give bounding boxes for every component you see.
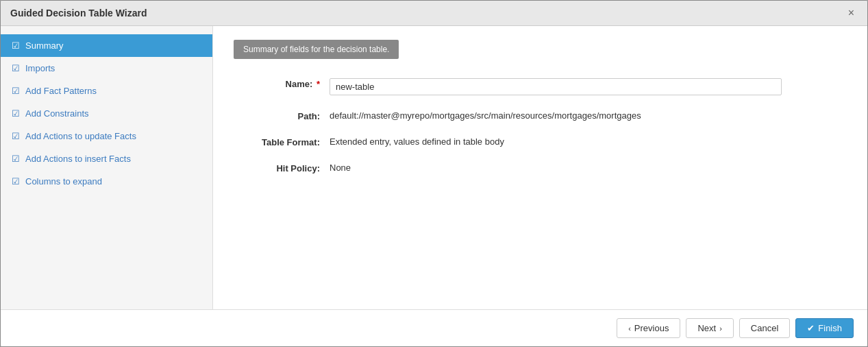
form-value-3: None xyxy=(330,160,847,173)
previous-button[interactable]: ‹ Previous xyxy=(617,318,680,338)
check-icon-add-actions-update: ☑ xyxy=(12,131,20,141)
check-icon-summary: ☑ xyxy=(12,40,20,51)
form-row-2: Table Format:Extended entry, values defi… xyxy=(234,134,847,147)
sidebar-item-add-actions-update[interactable]: ☑Add Actions to update Facts xyxy=(1,125,212,147)
sidebar-item-add-fact-patterns[interactable]: ☑Add Fact Patterns xyxy=(1,80,212,102)
form-label-0: Name: * xyxy=(234,75,330,89)
main-content: Summary of fields for the decision table… xyxy=(213,26,867,309)
close-button[interactable]: × xyxy=(845,6,858,20)
modal-header: Guided Decision Table Wizard × xyxy=(1,1,867,26)
sidebar-item-summary[interactable]: ☑Summary xyxy=(1,34,212,57)
sidebar-label-add-fact-patterns: Add Fact Patterns xyxy=(25,86,97,96)
form-row-0: Name: * xyxy=(234,75,847,95)
sidebar-label-add-actions-insert: Add Actions to insert Facts xyxy=(25,154,131,164)
prev-chevron-icon: ‹ xyxy=(628,324,631,333)
sidebar-item-add-actions-insert[interactable]: ☑Add Actions to insert Facts xyxy=(1,147,212,170)
sidebar-label-add-constraints: Add Constraints xyxy=(25,108,89,119)
form-row-1: Path:default://master@myrepo/mortgages/s… xyxy=(234,108,847,121)
finish-button[interactable]: ✔ Finish xyxy=(795,318,854,338)
cancel-button[interactable]: Cancel xyxy=(739,318,790,338)
next-button[interactable]: Next › xyxy=(686,318,733,338)
wizard-modal: Guided Decision Table Wizard × ☑Summary☑… xyxy=(0,0,868,347)
sidebar-item-imports[interactable]: ☑Imports xyxy=(1,57,212,80)
sidebar-item-add-constraints[interactable]: ☑Add Constraints xyxy=(1,102,212,125)
sidebar-item-columns-expand[interactable]: ☑Columns to expand xyxy=(1,170,212,193)
modal-footer: ‹ Previous Next › Cancel ✔ Finish xyxy=(1,309,867,346)
summary-banner: Summary of fields for the decision table… xyxy=(234,40,399,59)
check-icon-add-constraints: ☑ xyxy=(12,108,20,119)
form-value-2: Extended entry, values defined in table … xyxy=(330,134,847,147)
form-label-2: Table Format: xyxy=(234,134,330,147)
next-label: Next xyxy=(697,323,716,333)
form-label-3: Hit Policy: xyxy=(234,160,330,174)
required-star-0: * xyxy=(314,79,320,89)
check-icon-add-fact-patterns: ☑ xyxy=(12,86,20,96)
finish-check-icon: ✔ xyxy=(807,323,815,333)
sidebar-label-summary: Summary xyxy=(25,40,64,51)
check-icon-imports: ☑ xyxy=(12,63,20,73)
form-value-0 xyxy=(330,75,847,95)
form-container: Name: *Path:default://master@myrepo/mort… xyxy=(234,75,847,174)
sidebar-label-columns-expand: Columns to expand xyxy=(25,176,102,187)
sidebar: ☑Summary☑Imports☑Add Fact Patterns☑Add C… xyxy=(1,26,213,309)
modal-body: ☑Summary☑Imports☑Add Fact Patterns☑Add C… xyxy=(1,26,867,309)
check-icon-columns-expand: ☑ xyxy=(12,176,20,187)
finish-label: Finish xyxy=(818,323,842,333)
form-row-3: Hit Policy:None xyxy=(234,160,847,174)
modal-title: Guided Decision Table Wizard xyxy=(10,8,147,19)
sidebar-label-add-actions-update: Add Actions to update Facts xyxy=(25,131,136,141)
form-value-1: default://master@myrepo/mortgages/src/ma… xyxy=(330,108,847,121)
sidebar-label-imports: Imports xyxy=(25,63,55,73)
name-input[interactable] xyxy=(330,78,782,95)
previous-label: Previous xyxy=(634,323,669,333)
next-chevron-icon: › xyxy=(719,324,722,333)
form-label-1: Path: xyxy=(234,108,330,121)
check-icon-add-actions-insert: ☑ xyxy=(12,154,20,164)
